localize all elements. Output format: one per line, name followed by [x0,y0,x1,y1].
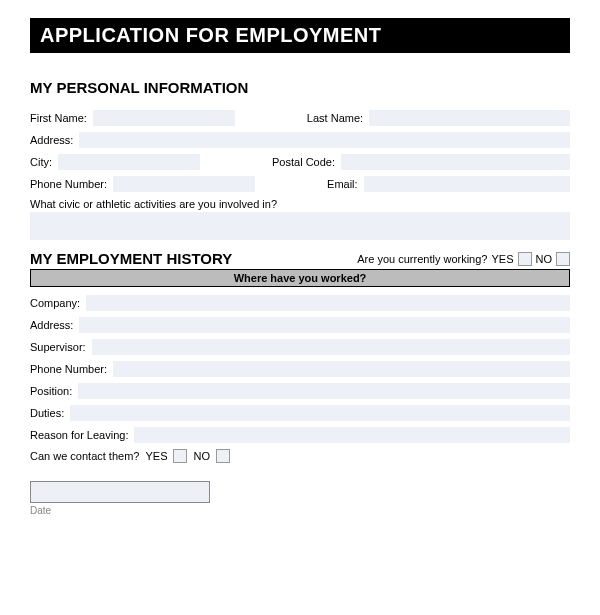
contact-yes-label: YES [145,450,167,462]
history-phone-label: Phone Number: [30,363,107,375]
position-field[interactable] [78,383,570,399]
section-heading-history: MY EMPLOYMENT HISTORY [30,250,232,267]
date-label: Date [30,505,570,516]
phone-label: Phone Number: [30,178,107,190]
section-heading-personal: MY PERSONAL INFORMATION [30,79,570,96]
postal-label: Postal Code: [272,156,335,168]
last-name-field[interactable] [369,110,570,126]
supervisor-label: Supervisor: [30,341,86,353]
address-field[interactable] [79,132,570,148]
activities-field[interactable] [30,212,570,240]
contact-no-checkbox[interactable] [216,449,230,463]
duties-label: Duties: [30,407,64,419]
duties-field[interactable] [70,405,570,421]
page-title: APPLICATION FOR EMPLOYMENT [30,18,570,53]
currently-working-no-label: NO [536,253,553,265]
first-name-field[interactable] [93,110,235,126]
first-name-label: First Name: [30,112,87,124]
activities-label: What civic or athletic activities are yo… [30,198,277,210]
city-label: City: [30,156,52,168]
history-address-label: Address: [30,319,73,331]
contact-label: Can we contact them? [30,450,139,462]
email-field[interactable] [364,176,570,192]
contact-yes-checkbox[interactable] [173,449,187,463]
history-subheader: Where have you worked? [30,269,570,287]
last-name-label: Last Name: [307,112,363,124]
date-field[interactable] [30,481,210,503]
address-label: Address: [30,134,73,146]
phone-field[interactable] [113,176,255,192]
history-address-field[interactable] [79,317,570,333]
currently-working-yes-label: YES [491,253,513,265]
supervisor-field[interactable] [92,339,570,355]
reason-field[interactable] [134,427,570,443]
postal-field[interactable] [341,154,570,170]
position-label: Position: [30,385,72,397]
email-label: Email: [327,178,358,190]
city-field[interactable] [58,154,200,170]
reason-label: Reason for Leaving: [30,429,128,441]
currently-working-no-checkbox[interactable] [556,252,570,266]
history-phone-field[interactable] [113,361,570,377]
currently-working-yes-checkbox[interactable] [518,252,532,266]
company-label: Company: [30,297,80,309]
contact-no-label: NO [193,450,210,462]
company-field[interactable] [86,295,570,311]
currently-working-label: Are you currently working? [357,253,487,265]
